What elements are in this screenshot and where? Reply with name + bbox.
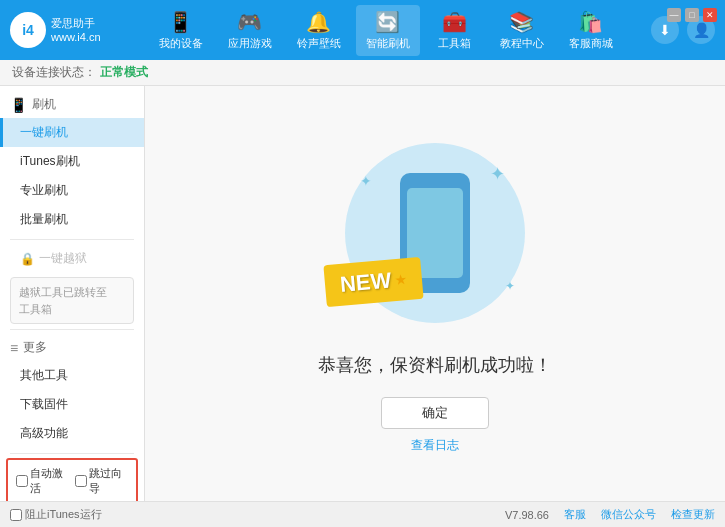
escape-disabled-notice: 越狱工具已跳转至 工具箱 [10, 277, 134, 324]
logo-text: 爱思助手 www.i4.cn [51, 16, 101, 45]
bottom-bar-left: 阻止iTunes运行 [10, 507, 102, 522]
auto-activate-option[interactable]: 自动激活 [16, 466, 70, 496]
app-header: i4 爱思助手 www.i4.cn 📱 我的设备 🎮 应用游戏 🔔 铃声壁纸 🔄… [0, 0, 725, 60]
itunes-label[interactable]: 阻止iTunes运行 [10, 507, 102, 522]
star-bottom-icon: ✦ [505, 279, 515, 293]
sidebar-section-more-header: ≡ 更多 [0, 334, 144, 361]
bottom-bar-right: V7.98.66 客服 微信公众号 检查更新 [505, 507, 715, 522]
nav-toolbox[interactable]: 🧰 工具箱 [425, 5, 485, 56]
phone-illustration: ✦ ✦ ✦ NEW ★ [335, 133, 535, 333]
nav-my-device[interactable]: 📱 我的设备 [149, 5, 213, 56]
sidebar-section-flash-header: 📱 刷机 [0, 91, 144, 118]
new-badge: NEW ★ [323, 257, 424, 307]
sub-header: 设备连接状态： 正常模式 [0, 60, 725, 86]
device-panel: 自动激活 跳过向导 📱 iPhone 15 Pro Max 512GB iPho… [6, 458, 138, 501]
sidebar-section-escape: 🔒 一键越狱 越狱工具已跳转至 工具箱 [0, 244, 144, 324]
bottom-bar: 阻止iTunes运行 V7.98.66 客服 微信公众号 检查更新 [0, 501, 725, 527]
sidebar-item-pro-flash[interactable]: 专业刷机 [0, 176, 144, 205]
maximize-button[interactable]: □ [685, 8, 699, 22]
quick-guide-option[interactable]: 跳过向导 [75, 466, 129, 496]
ringtone-icon: 🔔 [306, 10, 331, 34]
sidebar-section-escape-header: 🔒 一键越狱 [0, 244, 144, 273]
star-left-icon: ✦ [360, 173, 372, 189]
auto-options: 自动激活 跳过向导 [16, 466, 128, 496]
sidebar-section-flash: 📱 刷机 一键刷机 iTunes刷机 专业刷机 批量刷机 [0, 91, 144, 234]
star-right-icon: ✦ [490, 163, 505, 185]
success-message: 恭喜您，保资料刷机成功啦！ [318, 353, 552, 377]
service-icon: 🛍️ [578, 10, 603, 34]
main-nav: 📱 我的设备 🎮 应用游戏 🔔 铃声壁纸 🔄 智能刷机 🧰 工具箱 📚 教程中心… [121, 5, 651, 56]
section-flash-icon: 📱 [10, 97, 27, 113]
nav-service[interactable]: 🛍️ 客服商城 [559, 5, 623, 56]
nav-app-games[interactable]: 🎮 应用游戏 [218, 5, 282, 56]
nav-smart-flash[interactable]: 🔄 智能刷机 [356, 5, 420, 56]
auto-activate-checkbox[interactable] [16, 475, 28, 487]
flash-icon: 🔄 [375, 10, 400, 34]
check-update-link[interactable]: 检查更新 [671, 507, 715, 522]
sidebar-divider-3 [10, 453, 134, 454]
sidebar-item-itunes-flash[interactable]: iTunes刷机 [0, 147, 144, 176]
lock-icon: 🔒 [20, 252, 35, 266]
nav-ringtone[interactable]: 🔔 铃声壁纸 [287, 5, 351, 56]
service-link[interactable]: 客服 [564, 507, 586, 522]
sidebar-item-advanced[interactable]: 高级功能 [0, 419, 144, 448]
main-content: ✦ ✦ ✦ NEW ★ 恭喜您，保资料刷机成功啦！ 确定 查看日志 [145, 86, 725, 501]
sidebar-item-one-click-flash[interactable]: 一键刷机 [0, 118, 144, 147]
nav-tutorial[interactable]: 📚 教程中心 [490, 5, 554, 56]
sidebar-section-more: ≡ 更多 其他工具 下载固件 高级功能 [0, 334, 144, 448]
logo-circle: i4 [10, 12, 46, 48]
sidebar-divider-1 [10, 239, 134, 240]
close-button[interactable]: ✕ [703, 8, 717, 22]
quick-guide-checkbox[interactable] [75, 475, 87, 487]
sidebar-divider-2 [10, 329, 134, 330]
toolbox-icon: 🧰 [442, 10, 467, 34]
app-logo: i4 爱思助手 www.i4.cn [10, 12, 101, 48]
itunes-checkbox[interactable] [10, 509, 22, 521]
sidebar-item-download-firmware[interactable]: 下载固件 [0, 390, 144, 419]
sidebar-item-batch-flash[interactable]: 批量刷机 [0, 205, 144, 234]
log-link[interactable]: 查看日志 [411, 437, 459, 454]
phone-bg-circle: ✦ ✦ ✦ NEW ★ [345, 143, 525, 323]
tutorial-icon: 📚 [509, 10, 534, 34]
section-more-icon: ≡ [10, 340, 18, 356]
wechat-link[interactable]: 微信公众号 [601, 507, 656, 522]
device-icon: 📱 [168, 10, 193, 34]
confirm-button[interactable]: 确定 [381, 397, 489, 429]
badge-star-icon: ★ [394, 271, 408, 288]
sidebar: 📱 刷机 一键刷机 iTunes刷机 专业刷机 批量刷机 🔒 一键越狱 [0, 86, 145, 501]
sidebar-item-other-tools[interactable]: 其他工具 [0, 361, 144, 390]
games-icon: 🎮 [237, 10, 262, 34]
minimize-button[interactable]: — [667, 8, 681, 22]
version-label: V7.98.66 [505, 509, 549, 521]
